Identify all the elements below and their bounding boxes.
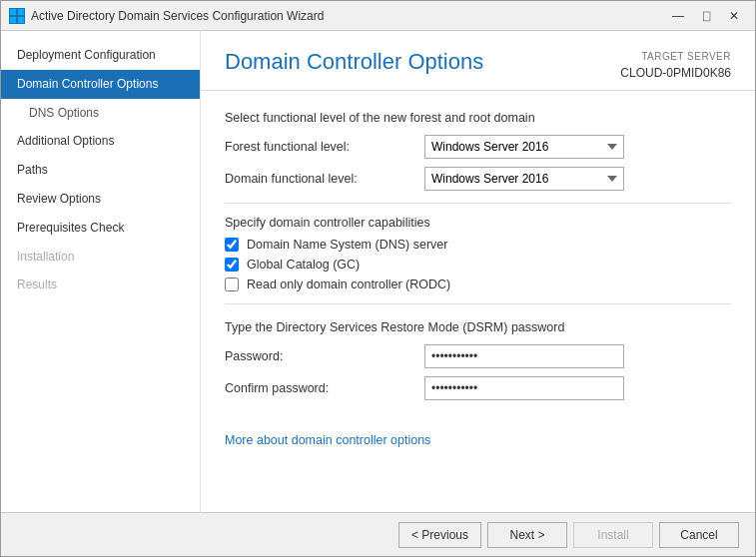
page-title: Domain Controller Options xyxy=(225,49,483,75)
sidebar-item-dc-options[interactable]: Domain Controller Options xyxy=(1,70,200,99)
confirm-label: Confirm password: xyxy=(225,381,424,395)
full-layout: Domain Controller Options TARGET SERVER … xyxy=(201,31,755,512)
gc-checkbox-row: Global Catalog (GC) xyxy=(225,258,731,272)
next-button[interactable]: Next > xyxy=(487,522,567,548)
sidebar-item-deployment[interactable]: Deployment Configuration xyxy=(1,41,200,70)
svg-rect-1 xyxy=(18,9,24,15)
dns-label: Domain Name System (DNS) server xyxy=(247,238,447,252)
sidebar: Deployment Configuration Domain Controll… xyxy=(1,31,201,512)
dsrm-title: Type the Directory Services Restore Mode… xyxy=(225,320,731,334)
restore-button[interactable]: ⎕ xyxy=(693,6,719,26)
dns-checkbox[interactable] xyxy=(225,238,239,252)
link-area: More about domain controller options xyxy=(225,432,731,447)
gc-label: Global Catalog (GC) xyxy=(247,258,360,272)
separator-1 xyxy=(225,203,731,204)
capabilities-title: Specify domain controller capabilities xyxy=(225,216,731,230)
server-label: TARGET SERVER xyxy=(620,49,731,64)
top-header: Domain Controller Options TARGET SERVER … xyxy=(201,31,755,90)
password-label: Password: xyxy=(225,349,424,363)
svg-rect-3 xyxy=(18,17,24,23)
forest-select[interactable]: Windows Server 2008 Windows Server 2008 … xyxy=(424,135,624,159)
sidebar-item-prereq[interactable]: Prerequisites Check xyxy=(1,214,200,243)
svg-rect-2 xyxy=(10,17,16,23)
content-area: Deployment Configuration Domain Controll… xyxy=(1,31,755,512)
capabilities-section: Specify domain controller capabilities D… xyxy=(225,216,731,291)
install-button: Install xyxy=(573,522,653,548)
domain-row: Domain functional level: Windows Server … xyxy=(225,167,731,191)
domain-select[interactable]: Windows Server 2008 Windows Server 2008 … xyxy=(424,167,624,191)
confirm-row: Confirm password: xyxy=(225,376,731,400)
domain-label: Domain functional level: xyxy=(225,172,424,186)
separator-2 xyxy=(225,303,731,304)
main-content-area: Select functional level of the new fores… xyxy=(201,91,755,512)
forest-row: Forest functional level: Windows Server … xyxy=(225,135,731,159)
gc-checkbox[interactable] xyxy=(225,258,239,272)
minimize-button[interactable]: — xyxy=(665,6,691,26)
cancel-button[interactable]: Cancel xyxy=(659,522,739,548)
footer: < Previous Next > Install Cancel xyxy=(1,512,755,556)
rodc-checkbox-row: Read only domain controller (RODC) xyxy=(225,278,731,291)
server-name: CLOUD-0PMID0K86 xyxy=(620,64,731,82)
title-bar: Active Directory Domain Services Configu… xyxy=(1,1,755,31)
sidebar-item-paths[interactable]: Paths xyxy=(1,156,200,185)
main-window: Active Directory Domain Services Configu… xyxy=(0,0,756,557)
confirm-input[interactable] xyxy=(424,376,624,400)
server-info: TARGET SERVER CLOUD-0PMID0K86 xyxy=(620,49,731,82)
close-button[interactable]: ✕ xyxy=(721,6,747,26)
rodc-label: Read only domain controller (RODC) xyxy=(247,278,450,291)
password-row: Password: xyxy=(225,344,731,368)
app-icon xyxy=(9,8,25,24)
sidebar-item-results: Results xyxy=(1,271,200,299)
rodc-checkbox[interactable] xyxy=(225,278,239,291)
window-controls: — ⎕ ✕ xyxy=(665,6,747,26)
sidebar-item-dns-options[interactable]: DNS Options xyxy=(1,99,200,128)
functional-level-title: Select functional level of the new fores… xyxy=(225,111,731,125)
sidebar-item-additional[interactable]: Additional Options xyxy=(1,127,200,156)
window-title: Active Directory Domain Services Configu… xyxy=(31,9,665,23)
password-section: Type the Directory Services Restore Mode… xyxy=(225,320,731,400)
previous-button[interactable]: < Previous xyxy=(398,522,481,548)
sidebar-item-installation: Installation xyxy=(1,243,200,272)
sidebar-item-review[interactable]: Review Options xyxy=(1,185,200,214)
password-input[interactable] xyxy=(424,344,624,368)
more-info-link[interactable]: More about domain controller options xyxy=(225,433,430,447)
svg-rect-0 xyxy=(10,9,16,15)
dns-checkbox-row: Domain Name System (DNS) server xyxy=(225,238,731,252)
forest-label: Forest functional level: xyxy=(225,140,424,154)
